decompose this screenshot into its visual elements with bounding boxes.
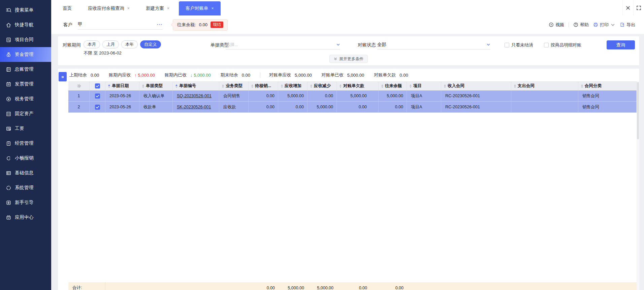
expand-more-label: 展开更多条件 [339, 56, 363, 62]
cell-pending: 0.00 [249, 90, 278, 101]
tab-home[interactable]: 首页 [56, 1, 78, 15]
column-settings-header[interactable] [68, 82, 90, 90]
close-icon[interactable] [622, 0, 633, 15]
row-checkbox[interactable] [90, 102, 105, 112]
header-label: 收入合同 [448, 83, 464, 89]
header-ar-increase[interactable]: 应收增加 [278, 82, 308, 90]
help-button[interactable]: 帮助 [573, 22, 589, 28]
statement-panel: » 上期结余 0.00 账期内应收 ↑ 5,000.00 账期内已收 ↓ 5,0… [58, 69, 639, 290]
header-ar-decrease[interactable]: 应收减少 [308, 82, 337, 90]
fullscreen-icon[interactable] [633, 0, 644, 15]
header-label: 应收增加 [285, 83, 301, 89]
expand-sidebar-button[interactable]: » [59, 72, 67, 81]
header-balance[interactable]: 往来余额 [379, 82, 407, 90]
sidebar-item-business-management[interactable]: 经营管理 [0, 136, 51, 151]
table-row[interactable]: 1 2023-05-26 收入确认单 SQ-20230526-001 合同销售 … [68, 90, 637, 102]
header-doc-date[interactable]: 单据日期 [105, 82, 139, 90]
summary-label: 上期结余 [69, 72, 87, 78]
sidebar-item-basic-info[interactable]: 基础信息 [0, 166, 51, 180]
period-custom[interactable]: 自定义 [140, 40, 161, 48]
table-row[interactable]: 2 2023-05-26 收款单 SK-20230526-001 应收款 0.0… [68, 102, 637, 113]
gear-icon [76, 83, 82, 88]
doc-type-select[interactable]: 选择... [226, 40, 340, 49]
status-select[interactable]: 全部 [377, 40, 490, 49]
period-last-month[interactable]: 上月 [102, 40, 119, 48]
chevron-down-icon [336, 43, 340, 47]
cell-doc-no: SQ-20230526-001 [173, 90, 219, 101]
totals-balance: 0.00 [379, 282, 407, 290]
app-tv-icon [6, 215, 11, 220]
sidebar-item-general-ledger[interactable]: 总账管理 [0, 62, 51, 77]
totals-empty [219, 282, 249, 290]
row-checkbox[interactable] [90, 90, 105, 101]
sidebar-item-newbie-guide[interactable]: 新手引导 [0, 195, 51, 210]
sidebar-item-fixed-assets[interactable]: 固定资产 [0, 106, 51, 121]
doc-no-link[interactable]: SQ-20230526-001 [177, 94, 212, 98]
sidebar-item-quick-nav[interactable]: 快捷导航 [0, 17, 51, 32]
period-this-year[interactable]: 本年 [121, 40, 138, 48]
vertical-scrollbar[interactable] [637, 81, 639, 290]
cell-stmt-debt: 0.00 [337, 102, 379, 112]
header-label: 往来余额 [385, 83, 402, 89]
header-project[interactable]: 项目 [407, 82, 441, 90]
sidebar-item-label: 工资 [15, 125, 24, 132]
tab-customer-statement[interactable]: 客户对账单 × [179, 1, 221, 15]
sidebar-item-invoice-management[interactable]: 发票管理 [0, 77, 51, 92]
chevron-down-icon[interactable] [610, 22, 615, 27]
sidebar-item-system-management[interactable]: 系统管理 [0, 180, 51, 195]
tab-close-icon[interactable]: × [212, 6, 214, 10]
sidebar-item-xiaochang-expense[interactable]: 小畅报销 [0, 151, 51, 166]
sidebar-item-label: 新手引导 [15, 200, 34, 206]
cell-contract-category: 销售合同 [578, 90, 637, 101]
toolbar-divider [569, 23, 569, 27]
header-doc-type[interactable]: 单据类型 [139, 82, 173, 90]
customer-input[interactable]: 甲 ··· [78, 20, 163, 30]
sidebar-item-payroll[interactable]: 工资 [0, 121, 51, 136]
sidebar-item-tax-management[interactable]: 税务管理 [0, 92, 51, 106]
query-button[interactable]: 查询 [607, 40, 635, 49]
balance-bubble: 往来余额: 0.00 现结 [173, 19, 228, 31]
home-icon [6, 22, 11, 28]
period-this-month[interactable]: 本月 [84, 40, 100, 48]
period-label: 对账期间 [63, 42, 81, 48]
more-options-icon[interactable]: ··· [157, 22, 163, 27]
totals-empty [173, 282, 219, 290]
tab-close-icon[interactable]: × [167, 6, 169, 10]
tab-new-plan[interactable]: 新建方案 × [139, 1, 176, 15]
expand-more-button[interactable]: 展开更多条件 [329, 55, 368, 63]
filter-panel: 对账期间 本月 上月 本年 自定义 不限 至 2023-06-02 单据类型 选… [58, 36, 639, 65]
sidebar-item-label: 快捷导航 [15, 22, 34, 28]
clipboard-icon [6, 141, 11, 146]
tab-label: 客户对账单 [186, 5, 208, 11]
cell-contract-category: 销售合同 [578, 102, 637, 112]
select-all-checkbox[interactable] [90, 82, 105, 90]
cell-project: 项目A [407, 102, 441, 112]
scrollbar-thumb[interactable] [637, 82, 639, 139]
arrow-up-icon: ↑ [134, 73, 137, 78]
header-stmt-debt[interactable]: 对账单欠款 [337, 82, 379, 90]
date-range-value[interactable]: 不限 至 2023-06-02 [84, 50, 122, 56]
header-doc-no[interactable]: 单据编号 [173, 82, 219, 90]
header-income-contract[interactable]: 收入合同 [441, 82, 511, 90]
by-product-detail-checkbox[interactable]: 按商品明细对账 [544, 42, 581, 48]
unsettled-only-checkbox[interactable]: 只看未结清 [505, 42, 533, 48]
export-button[interactable]: 导出 [620, 22, 635, 28]
sidebar-item-label: 系统管理 [15, 185, 34, 191]
tab-ar-ap-balance-query[interactable]: 应收应付余额查询 × [81, 1, 136, 15]
sidebar-item-search-menu[interactable]: 搜索菜单 [0, 3, 51, 17]
summary-value-down: ↓ 5,000.00 [190, 73, 211, 78]
print-button[interactable]: 打印 [593, 22, 615, 28]
sidebar-item-app-center[interactable]: 应用中心 [0, 210, 51, 225]
header-biz-type[interactable]: 业务类型 [219, 82, 249, 90]
sidebar-item-funds-management[interactable]: 资金管理 [0, 47, 51, 62]
video-button[interactable]: 视频 [549, 22, 564, 28]
header-expense-contract[interactable]: 支出合同 [511, 82, 578, 90]
cell-income-contract: RC-20230526-001 [441, 90, 511, 101]
cell-doc-date: 2023-05-26 [105, 102, 139, 112]
header-contract-category[interactable]: 合同分类 [578, 82, 637, 90]
sidebar-item-project-contract[interactable]: 项目合同 [0, 32, 51, 47]
header-pending[interactable]: 待核销... [249, 82, 278, 90]
doc-no-link[interactable]: SK-20230526-001 [177, 105, 211, 109]
totals-row: 合计: 0.00 5,000.00 5,000.00 0.00 0.00 [68, 282, 637, 290]
tab-close-icon[interactable]: × [127, 6, 130, 10]
